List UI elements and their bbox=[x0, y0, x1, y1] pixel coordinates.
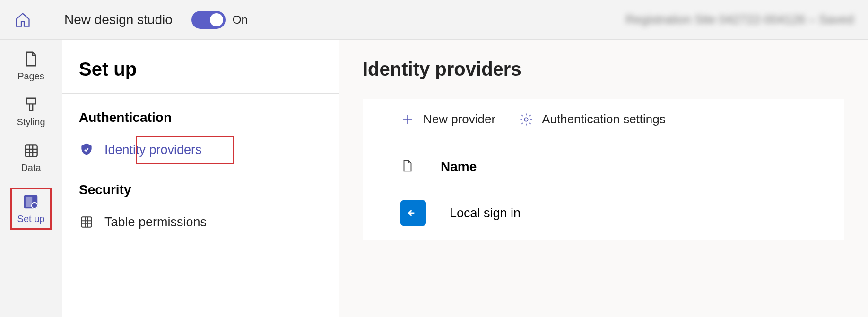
subpanel-title: Set up bbox=[62, 40, 339, 94]
auth-settings-button[interactable]: Authentication settings bbox=[519, 112, 666, 127]
table-header: Name bbox=[363, 140, 844, 186]
rail-item-styling[interactable]: Styling bbox=[17, 96, 45, 128]
table-row[interactable]: Local sign in bbox=[363, 186, 844, 240]
login-icon bbox=[400, 200, 426, 226]
sub-item-label: Table permissions bbox=[104, 215, 207, 230]
rail-nav: Pages Styling Data Set up bbox=[0, 40, 62, 317]
section-authentication: Authentication bbox=[62, 94, 339, 134]
svg-rect-4 bbox=[81, 217, 91, 227]
studio-label: New design studio bbox=[64, 12, 173, 27]
column-name: Name bbox=[441, 159, 477, 174]
rail-item-pages[interactable]: Pages bbox=[17, 50, 44, 82]
section-security: Security bbox=[62, 166, 339, 206]
rail-label: Data bbox=[21, 163, 41, 173]
new-provider-label: New provider bbox=[423, 112, 495, 127]
rail-item-data[interactable]: Data bbox=[21, 142, 41, 173]
svg-rect-0 bbox=[25, 145, 37, 156]
main-area: Identity providers New provider Authenti… bbox=[339, 40, 868, 317]
svg-point-5 bbox=[524, 118, 528, 121]
studio-toggle[interactable] bbox=[191, 11, 226, 29]
home-icon[interactable] bbox=[14, 11, 31, 28]
rail-item-setup[interactable]: Set up bbox=[10, 188, 52, 230]
row-name: Local sign in bbox=[450, 206, 521, 221]
rail-label: Pages bbox=[17, 71, 44, 82]
svg-point-3 bbox=[32, 203, 38, 209]
rail-label: Styling bbox=[17, 117, 45, 128]
sub-item-label: Identity providers bbox=[104, 143, 202, 157]
subpanel: Set up Authentication Identity providers… bbox=[62, 40, 339, 317]
file-icon bbox=[400, 157, 415, 176]
topbar: New design studio On Registration Site 0… bbox=[0, 0, 868, 40]
sub-item-table-permissions[interactable]: Table permissions bbox=[62, 206, 339, 238]
card-toolbar: New provider Authentication settings bbox=[363, 99, 844, 140]
rail-label: Set up bbox=[17, 214, 45, 224]
page-title: Identity providers bbox=[363, 59, 844, 80]
auth-settings-label: Authentication settings bbox=[542, 112, 666, 127]
site-status: Registration Site 042722-004126 – Saved bbox=[625, 12, 854, 27]
providers-card: New provider Authentication settings Nam… bbox=[363, 99, 844, 240]
new-provider-button[interactable]: New provider bbox=[400, 112, 495, 127]
toggle-state-label: On bbox=[233, 13, 248, 26]
sub-item-identity-providers[interactable]: Identity providers bbox=[62, 134, 339, 166]
